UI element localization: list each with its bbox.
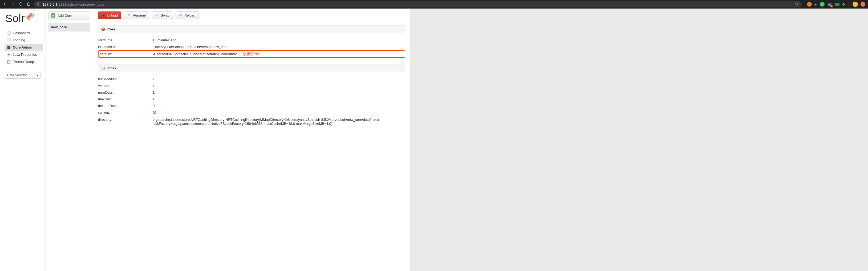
section-core-header: 📦 Core	[98, 25, 405, 33]
back-icon[interactable]	[3, 2, 7, 7]
core-action-buttons: ✖ Unload ✎ Rename ⇄ Swap ⟳ Reload	[98, 11, 405, 19]
nav-label: Thread Dump	[13, 60, 34, 64]
kv-value: 1	[153, 90, 405, 94]
kv-value: 4	[153, 84, 405, 88]
nav-label: Dashboard	[13, 31, 30, 35]
close-icon: ✖	[101, 13, 105, 17]
core-info-block: startTime: 16 minutes ago instanceDir: /…	[98, 37, 405, 58]
extension-diamond-icon[interactable]: ◈	[814, 2, 817, 6]
logo: Solr	[5, 12, 43, 25]
extension-red-icon[interactable]	[861, 2, 865, 7]
plus-icon: +	[51, 13, 55, 18]
nav-label: Logging	[13, 38, 25, 42]
core-starttime-row: startTime: 16 minutes ago	[98, 37, 405, 44]
nav-java-properties[interactable]: ☕ Java Properties	[5, 51, 43, 58]
site-info-icon[interactable]	[37, 2, 40, 7]
pencil-icon: ✎	[127, 13, 131, 17]
nav-dashboard[interactable]: 🕐 Dashboard	[5, 29, 43, 36]
kv-key: lastModified:	[98, 77, 153, 81]
swap-icon: ⇄	[155, 13, 159, 17]
logo-text: Solr	[5, 12, 25, 25]
profile-avatar[interactable]: 😀	[852, 2, 858, 7]
kv-key: version:	[98, 84, 153, 88]
forward-icon[interactable]	[11, 2, 15, 7]
annotation-label: 数据目录	[243, 52, 259, 56]
kv-key: maxDoc:	[98, 97, 153, 101]
index-lastmodified-row: lastModified: -	[98, 76, 405, 82]
core-instancedir-row: instanceDir: /Users/yunai/Solr/solr-8.5.…	[98, 44, 405, 50]
document-icon: 📄	[7, 38, 11, 42]
extension-badge-count: 7	[831, 5, 833, 7]
grid-icon: ▦	[7, 46, 11, 49]
kv-key: directory:	[98, 118, 153, 126]
extension-badge-icon[interactable]: ▦7	[827, 2, 832, 7]
reload-icon[interactable]	[19, 2, 23, 7]
kv-value: -	[153, 77, 405, 81]
nav-core-admin[interactable]: ▦ Core Admin	[5, 44, 43, 51]
kv-key: startTime:	[98, 38, 153, 42]
chevron-down-icon: ▾	[37, 73, 38, 77]
reload-button[interactable]: ⟳ Reload	[176, 11, 199, 19]
chart-icon: 📊	[101, 66, 105, 70]
url-host: 127.0.0.1	[43, 2, 58, 6]
section-index-title: Index	[107, 66, 117, 70]
core-datadir-row: dataDir: /Users/yunai/Solr/solr-8.5.2/se…	[98, 50, 405, 58]
unload-button[interactable]: ✖ Unload	[98, 11, 121, 19]
swap-label: Swap	[161, 13, 169, 17]
threads-icon: 📋	[7, 60, 11, 64]
core-selector-label: Core Selector	[7, 73, 27, 77]
coffee-icon: ☕	[7, 53, 11, 57]
blank-area	[410, 8, 868, 271]
kv-key: dataDir:	[100, 52, 153, 56]
index-current-row: current:	[98, 109, 405, 116]
main-content: ✖ Unload ✎ Rename ⇄ Swap ⟳ Reload 📦 Core	[93, 9, 410, 271]
add-core-label: Add Core	[58, 13, 72, 18]
kv-key: instanceDir:	[98, 45, 153, 49]
svg-rect-1	[38, 3, 39, 4]
add-core-button[interactable]: + Add Core	[48, 11, 90, 20]
left-sidebar: Solr 🕐 Dashboard 📄 Logging	[0, 9, 45, 271]
kv-key: deletedDocs:	[98, 104, 153, 108]
browser-extensions: ◈ ✓ ▦7 on ✥ │ 😀	[805, 2, 865, 7]
kv-value-wrap: /Users/yunai/Solr/solr-8.5.2/server/solr…	[153, 52, 404, 57]
kv-value	[153, 110, 405, 115]
reload-arrow-icon: ⟳	[179, 13, 183, 17]
logo-sunburst-icon	[26, 12, 34, 21]
core-list-item[interactable]: new_core	[48, 23, 90, 31]
nav-label: Java Properties	[13, 53, 37, 57]
kv-value: /Users/yunai/Solr/solr-8.5.2/server/solr…	[153, 52, 237, 56]
index-maxdoc-row: maxDoc: 1	[98, 96, 405, 102]
extension-on-icon[interactable]: on	[835, 3, 839, 6]
svg-line-4	[154, 111, 156, 113]
extension-check-icon[interactable]: ✓	[820, 2, 825, 7]
core-list-panel: + Add Core new_core	[45, 9, 93, 271]
rename-button[interactable]: ✎ Rename	[124, 11, 149, 19]
kv-value: 1	[153, 97, 405, 101]
reload-label: Reload	[184, 13, 195, 17]
app-page: Solr 🕐 Dashboard 📄 Logging	[0, 8, 410, 271]
extension-leaf-icon[interactable]: ✥	[842, 2, 845, 6]
gauge-icon: 🕐	[7, 31, 11, 35]
swap-button[interactable]: ⇄ Swap	[152, 11, 173, 19]
url-bar[interactable]: 127.0.0.1:8983/solr/#/~cores/new_core	[34, 1, 802, 7]
rename-label: Rename	[133, 13, 146, 17]
nav-label: Core Admin	[13, 45, 32, 49]
kv-value: 0	[153, 104, 405, 108]
forbidden-icon	[153, 111, 156, 115]
kv-key: current:	[98, 110, 153, 115]
nav-thread-dump[interactable]: 📋 Thread Dump	[5, 58, 43, 65]
kv-value: org.apache.lucene.store.NRTCachingDirect…	[153, 118, 379, 126]
url-path: :8983/solr/#/~cores/new_core	[58, 2, 105, 6]
index-version-row: version: 4	[98, 82, 405, 89]
nav-logging[interactable]: 📄 Logging	[5, 36, 43, 44]
core-selector-dropdown[interactable]: Core Selector ▾	[5, 72, 41, 79]
section-index-header: 📊 Index	[98, 64, 405, 72]
bookmark-star-icon[interactable]	[795, 2, 799, 7]
box-icon: 📦	[101, 27, 105, 31]
kv-value: /Users/yunai/Solr/solr-8.5.2/server/solr…	[153, 45, 405, 49]
browser-chrome: 127.0.0.1:8983/solr/#/~cores/new_core ◈ …	[0, 0, 868, 8]
index-directory-row: directory: org.apache.lucene.store.NRTCa…	[98, 116, 405, 127]
extension-orange-icon[interactable]	[807, 2, 812, 7]
core-list: new_core	[48, 23, 90, 31]
home-icon[interactable]	[27, 2, 31, 7]
